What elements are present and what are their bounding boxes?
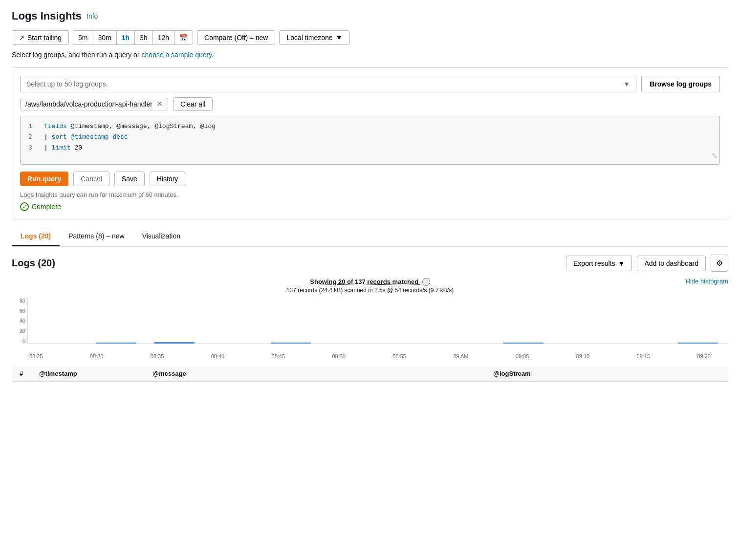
y-label-0: 0 — [22, 338, 25, 344]
time-12h[interactable]: 12h — [153, 31, 174, 44]
page-title: Logs Insights — [12, 10, 82, 22]
time-3h[interactable]: 3h — [135, 31, 153, 44]
line-number-1: 1 — [28, 121, 36, 132]
bar-2 — [88, 343, 145, 344]
log-group-tag: /aws/lambda/volca-production-api-handler… — [20, 98, 168, 110]
time-30m[interactable]: 30m — [93, 31, 117, 44]
col-logstream: @logStream — [493, 370, 720, 377]
add-to-dashboard-button[interactable]: Add to dashboard — [637, 256, 706, 271]
bar-5 — [262, 343, 320, 344]
time-1h[interactable]: 1h — [117, 31, 135, 44]
showing-text: Showing 20 of 137 records matched — [310, 278, 420, 285]
export-results-button[interactable]: Export results ▼ — [566, 256, 632, 271]
x-label-4: 08:40 — [211, 353, 225, 359]
query-line-2: | sort @timestamp desc — [44, 132, 128, 143]
results-section: Logs (20) Export results ▼ Add to dashbo… — [12, 255, 728, 382]
results-title: Logs (20) — [12, 258, 55, 269]
log-group-select-row: Select up to 50 log groups. ▼ Browse log… — [20, 76, 720, 92]
action-row: Run query Cancel Save History — [20, 172, 720, 186]
y-label-20: 20 — [20, 328, 25, 334]
x-label-1: 08:25 — [29, 353, 43, 359]
status-row: ✓ Complete — [20, 202, 720, 211]
query-editor[interactable]: 1 fields @timestamp, @message, @logStrea… — [20, 116, 720, 165]
x-labels: 08:25 08:30 08:35 08:40 08:45 08:50 08:5… — [12, 351, 728, 359]
browse-log-groups-button[interactable]: Browse log groups — [641, 76, 720, 92]
x-label-7: 08:55 — [392, 353, 406, 359]
y-label-60: 60 — [20, 308, 25, 314]
x-label-8: 09 AM — [453, 353, 468, 359]
bar-12 — [669, 343, 726, 344]
start-tailing-button[interactable]: ↗ Start tailing — [12, 30, 69, 45]
status-badge: Complete — [32, 203, 61, 211]
line-number-3: 3 — [28, 143, 36, 153]
x-label-6: 08:50 — [332, 353, 346, 359]
query-hint: Logs Insights query can run for maximum … — [20, 191, 720, 198]
info-link[interactable]: Info — [87, 12, 98, 20]
query-line-3: | limit 20 — [44, 143, 82, 153]
x-label-12: 09:20 — [697, 353, 711, 359]
tabs: Logs (20) Patterns (8) – new Visualizati… — [12, 227, 728, 247]
clear-all-button[interactable]: Clear all — [173, 97, 213, 111]
x-label-10: 09:10 — [576, 353, 590, 359]
col-hash: # — [20, 370, 39, 377]
history-button[interactable]: History — [150, 172, 186, 186]
line-number-2: 2 — [28, 132, 36, 143]
table-header: # @timestamp @message @logStream — [12, 366, 728, 382]
resize-handle[interactable]: ⤡ — [711, 150, 718, 163]
bar-9 — [495, 343, 552, 344]
x-label-11: 09:15 — [637, 353, 651, 359]
settings-button[interactable]: ⚙ — [711, 255, 728, 272]
tab-patterns[interactable]: Patterns (8) – new — [60, 227, 133, 246]
save-button[interactable]: Save — [114, 172, 145, 186]
external-link-icon: ↗ — [19, 34, 24, 42]
query-section: Select up to 50 log groups. ▼ Browse log… — [12, 67, 728, 219]
tag-row: /aws/lambda/volca-production-api-handler… — [20, 97, 720, 111]
hide-histogram-button[interactable]: Hide histogram — [686, 278, 728, 285]
sample-query-link[interactable]: choose a sample query — [141, 51, 212, 59]
bar-3 — [146, 342, 203, 344]
chevron-down-icon: ▼ — [336, 34, 343, 42]
info-icon[interactable]: i — [422, 278, 430, 286]
cancel-button[interactable]: Cancel — [73, 172, 109, 186]
histogram-container: Showing 20 of 137 records matched i 137 … — [12, 278, 728, 361]
timezone-button[interactable]: Local timezone ▼ — [279, 30, 349, 45]
y-label-40: 40 — [20, 318, 25, 323]
query-line-1: fields @timestamp, @message, @logStream,… — [44, 121, 216, 132]
x-label-3: 08:35 — [151, 353, 164, 359]
x-label-2: 08:30 — [90, 353, 104, 359]
tab-logs[interactable]: Logs (20) — [12, 227, 60, 246]
scan-info: 137 records (24.4 kB) scanned in 2.5s @ … — [12, 287, 728, 294]
tag-remove-icon[interactable]: ✕ — [156, 100, 163, 108]
x-label-5: 08:45 — [272, 353, 285, 359]
results-header: Logs (20) Export results ▼ Add to dashbo… — [12, 255, 728, 272]
histogram-info: Showing 20 of 137 records matched i 137 … — [12, 278, 728, 294]
subtitle: Select log groups, and then run a query … — [12, 51, 728, 59]
log-group-dropdown[interactable]: Select up to 50 log groups. ▼ — [20, 76, 636, 92]
time-selector: 5m 30m 1h 3h 12h 📅 — [73, 30, 193, 45]
chevron-down-icon: ▼ — [618, 259, 625, 267]
x-label-9: 09:05 — [516, 353, 529, 359]
dropdown-chevron-icon: ▼ — [623, 80, 630, 88]
results-actions: Export results ▼ Add to dashboard ⚙ — [566, 255, 728, 272]
tab-visualization[interactable]: Visualization — [133, 227, 189, 246]
run-query-button[interactable]: Run query — [20, 172, 68, 186]
time-5m[interactable]: 5m — [73, 31, 93, 44]
calendar-picker-button[interactable]: 📅 — [174, 31, 193, 44]
y-label-80: 80 — [20, 298, 25, 303]
col-timestamp: @timestamp — [39, 370, 152, 377]
complete-icon: ✓ — [20, 202, 29, 211]
col-message: @message — [152, 370, 493, 377]
chart: 80 60 40 20 0 — [12, 298, 728, 361]
compare-button[interactable]: Compare (Off) – new — [197, 30, 275, 45]
